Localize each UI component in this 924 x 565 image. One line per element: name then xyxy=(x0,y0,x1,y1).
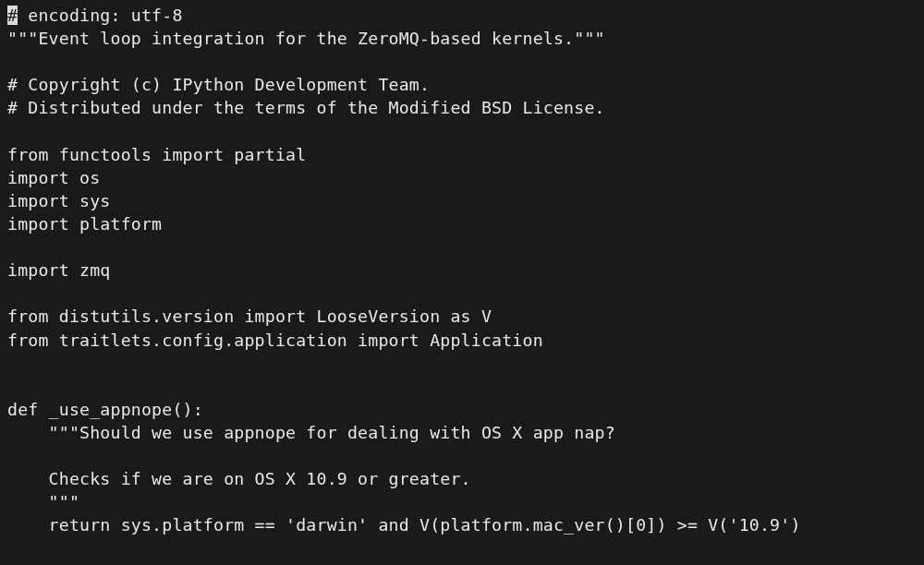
code-line: from functools import partial xyxy=(7,145,306,164)
code-editor[interactable]: # encoding: utf-8 """Event loop integrat… xyxy=(0,0,924,545)
code-line: # Distributed under the terms of the Mod… xyxy=(7,98,605,117)
code-line: def _use_appnope(): xyxy=(7,400,203,419)
code-line: """ xyxy=(7,492,79,511)
code-line: Checks if we are on OS X 10.9 or greater… xyxy=(7,469,471,488)
code-line: from distutils.version import LooseVersi… xyxy=(7,307,492,326)
code-line: """Should we use appnope for dealing wit… xyxy=(7,423,615,442)
cursor-block: # xyxy=(7,6,18,25)
code-line: import platform xyxy=(7,214,162,234)
code-line: # Copyright (c) IPython Development Team… xyxy=(7,75,430,94)
code-line: encoding: utf-8 xyxy=(18,6,182,25)
code-line: """Event loop integration for the ZeroMQ… xyxy=(7,29,605,48)
code-line: import zmq xyxy=(7,260,111,280)
code-line: return sys.platform == 'darwin' and V(pl… xyxy=(7,515,801,535)
code-line: from traitlets.config.application import… xyxy=(7,331,543,350)
code-line: import os xyxy=(7,168,100,187)
code-line: import sys xyxy=(7,191,111,210)
